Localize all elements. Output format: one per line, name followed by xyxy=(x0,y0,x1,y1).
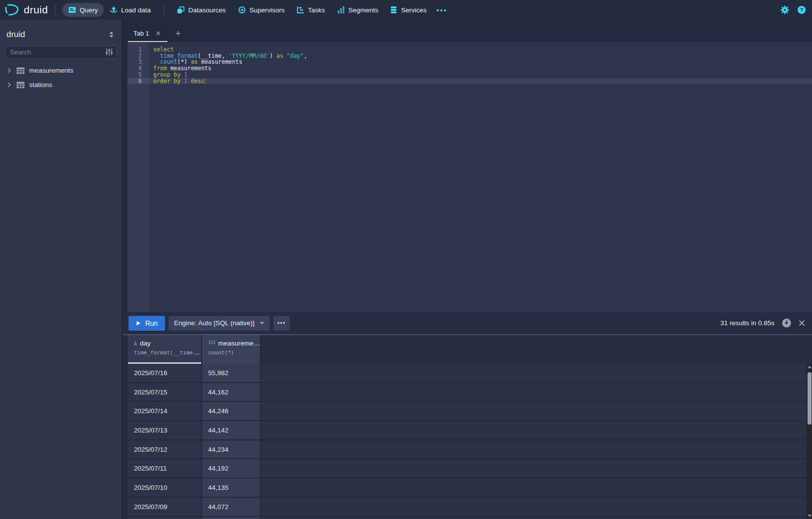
cell-measurements[interactable]: 44,192 xyxy=(202,459,261,478)
bar-chart-icon xyxy=(337,6,345,14)
tab-close-icon[interactable]: ✕ xyxy=(156,30,161,37)
code-line[interactable]: group by 1 xyxy=(149,72,812,78)
sidebar-table-measurements[interactable]: measurements xyxy=(0,63,122,78)
close-results-button[interactable] xyxy=(799,320,805,326)
scroll-up-arrow[interactable] xyxy=(807,364,812,370)
run-label: Run xyxy=(145,319,158,327)
text-cursor xyxy=(205,78,206,84)
column-name: day xyxy=(140,340,151,347)
filter-sliders-icon[interactable] xyxy=(105,48,113,56)
cell-measurements[interactable]: 44,142 xyxy=(202,421,261,440)
cell-measurements[interactable]: 44,135 xyxy=(202,478,261,498)
cell-day[interactable]: 2025/07/10 xyxy=(128,478,202,498)
row-filler xyxy=(261,364,812,383)
cell-measurements[interactable]: 44,246 xyxy=(202,402,261,421)
cell-day[interactable]: 2025/07/15 xyxy=(128,383,202,402)
brand-wordmark: druid xyxy=(24,4,48,16)
cell-day[interactable]: 2025/07/14 xyxy=(128,402,202,421)
column-expression: time_format(__time,… xyxy=(134,349,201,356)
scroll-down-arrow[interactable] xyxy=(807,513,812,519)
cell-measurements[interactable]: 44,162 xyxy=(202,383,261,402)
row-filler xyxy=(261,402,812,421)
svg-text:?: ? xyxy=(800,7,803,13)
table-row-partial xyxy=(128,517,812,519)
line-number: 6 xyxy=(128,78,149,85)
nav-item-load-data[interactable]: Load data xyxy=(104,3,157,17)
search-input[interactable] xyxy=(5,45,117,59)
tab-tab1[interactable]: Tab 1 ✕ xyxy=(128,26,168,42)
nav-item-query[interactable]: Query xyxy=(62,3,104,17)
results-left-gutter xyxy=(123,335,128,519)
table-icon xyxy=(16,67,25,74)
code-line[interactable]: count(*) as measurements xyxy=(149,59,812,65)
results-panel: Aday time_format(__time,… 123measureme… … xyxy=(123,335,812,519)
help-icon[interactable]: ? xyxy=(797,5,806,14)
cell-day[interactable]: 2025/07/09 xyxy=(128,498,202,517)
settings-gear-icon[interactable] xyxy=(780,5,789,14)
run-toolbar: Run Engine: Auto [SQL (native)] ••• 31 r… xyxy=(123,312,812,335)
cell-day[interactable]: 2025/07/16 xyxy=(128,364,202,383)
download-results-button[interactable] xyxy=(782,318,791,328)
line-number: 5 xyxy=(128,72,149,78)
nav-item-supervisors[interactable]: Supervisors xyxy=(232,3,291,17)
table-row: 2025/07/1344,142 xyxy=(128,421,812,440)
caret-down-icon xyxy=(259,322,264,325)
row-filler xyxy=(261,383,812,402)
results-status-text: 31 results in 0.85s xyxy=(720,319,774,327)
sort-double-caret-icon[interactable] xyxy=(108,31,115,38)
row-filler xyxy=(261,459,812,478)
cell-day[interactable]: 2025/07/12 xyxy=(128,440,202,460)
sql-editor[interactable]: 123456 select time_format(__time, 'YYYY/… xyxy=(123,42,812,312)
engine-select-button[interactable]: Engine: Auto [SQL (native)] xyxy=(169,316,270,331)
query-tab-bar: Tab 1 ✕ + xyxy=(123,20,812,42)
nav-item-label: Services xyxy=(401,6,427,14)
table-name-label: stations xyxy=(29,81,52,88)
top-navigation-bar: druid Query Load data Datasources Superv… xyxy=(0,0,812,20)
cell-day[interactable]: 2025/07/11 xyxy=(128,459,202,478)
engine-label: Engine: Auto [SQL (native)] xyxy=(174,319,255,327)
column-name: measureme… xyxy=(218,340,260,347)
nav-item-datasources[interactable]: Datasources xyxy=(171,3,232,17)
table-icon xyxy=(16,82,25,88)
eye-icon xyxy=(238,6,246,14)
string-type-icon: A xyxy=(134,341,137,346)
close-icon xyxy=(799,320,805,326)
tab-label: Tab 1 xyxy=(133,30,149,37)
divider xyxy=(55,4,55,15)
nav-item-services[interactable]: Services xyxy=(384,3,432,17)
nav-more-button[interactable]: ••• xyxy=(432,3,451,17)
gantt-icon xyxy=(297,6,304,14)
scrollbar-thumb[interactable] xyxy=(808,372,812,425)
druid-brand[interactable]: druid xyxy=(5,3,48,16)
row-filler xyxy=(261,440,812,460)
cell-measurements[interactable]: 44,234 xyxy=(202,440,261,460)
cell-day[interactable]: 2025/07/13 xyxy=(128,421,202,440)
column-header-day[interactable]: Aday time_format(__time,… xyxy=(128,335,202,364)
code-line[interactable]: order by 1 desc xyxy=(149,78,812,85)
console-icon xyxy=(68,6,76,14)
upload-icon xyxy=(110,6,118,14)
column-expression: count(*) xyxy=(208,349,260,356)
database-icon xyxy=(390,6,397,14)
datasources-icon xyxy=(177,6,185,14)
cell-measurements[interactable]: 55,982 xyxy=(202,364,261,383)
row-filler xyxy=(261,498,812,517)
sidebar-table-stations[interactable]: stations xyxy=(0,78,122,92)
editor-code[interactable]: select time_format(__time, 'YYYY/MM/dd')… xyxy=(149,42,812,312)
schema-title: druid xyxy=(6,30,25,40)
nav-item-segments[interactable]: Segments xyxy=(331,3,385,17)
nav-item-tasks[interactable]: Tasks xyxy=(291,3,331,17)
nav-item-label: Segments xyxy=(348,6,379,14)
run-more-button[interactable]: ••• xyxy=(273,316,290,331)
table-row: 2025/07/1444,246 xyxy=(128,402,812,421)
nav-item-label: Tasks xyxy=(308,6,325,14)
results-vertical-scrollbar[interactable] xyxy=(807,364,812,519)
column-header-measurements[interactable]: 123measureme… count(*) xyxy=(202,335,261,364)
code-line[interactable]: from measurements xyxy=(149,65,812,72)
code-line[interactable]: time_format(__time, 'YYYY/MM/dd') as "da… xyxy=(149,53,812,59)
table-name-label: measurements xyxy=(29,67,73,74)
table-row: 2025/07/1544,162 xyxy=(128,383,812,402)
new-tab-button[interactable]: + xyxy=(168,28,181,42)
run-button[interactable]: Run xyxy=(128,316,165,331)
cell-measurements[interactable]: 44,072 xyxy=(202,498,261,517)
